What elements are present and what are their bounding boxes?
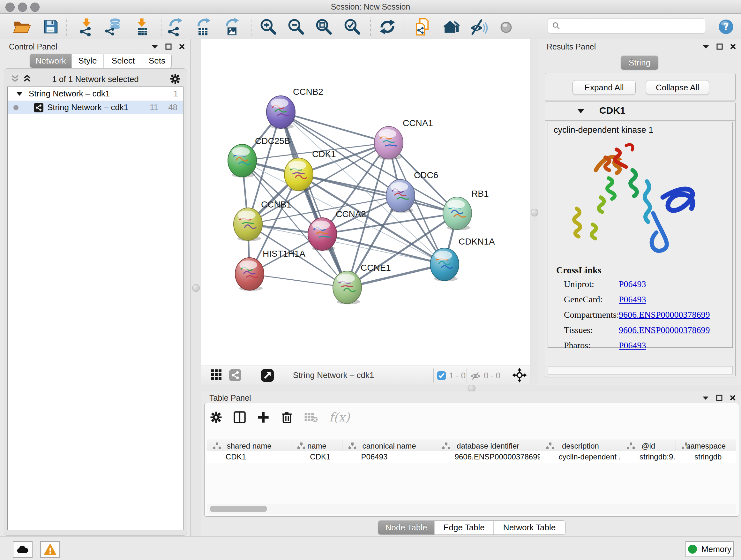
panel-menu-icon[interactable] [702, 44, 710, 49]
cloud-button[interactable] [13, 541, 32, 558]
vertical-splitter-left[interactable] [191, 39, 201, 537]
table-row[interactable]: CDK1CDK1P064939606.ENSP00000378699cyclin… [207, 451, 736, 462]
column-header-canonical-name[interactable]: canonical name [342, 440, 436, 451]
graph-node-CCNB2[interactable]: CCNB2 [266, 87, 323, 129]
function-builder-icon[interactable]: f(x) [329, 410, 350, 424]
panel-close-icon[interactable] [730, 395, 736, 401]
tab-network[interactable]: Network [30, 54, 71, 68]
graph-node-CCNA1[interactable]: CCNA1 [374, 118, 433, 160]
horizontal-splitter[interactable] [201, 385, 741, 392]
crosslink-value-link[interactable]: 9606.ENSP00000378699 [619, 310, 710, 320]
section-collapse-icon[interactable] [577, 108, 585, 114]
column-header-name[interactable]: name [291, 440, 342, 451]
network-view-type-icon[interactable] [229, 369, 241, 381]
import-database-icon[interactable] [104, 17, 123, 36]
toolbar-separator [405, 17, 405, 36]
scrollbar-thumb[interactable] [210, 506, 267, 512]
panel-float-icon[interactable] [717, 44, 723, 50]
table-cell[interactable]: 9606.ENSP00000378699 [436, 451, 540, 462]
results-hscrollbar[interactable] [548, 366, 733, 374]
birdseye-view-icon[interactable] [261, 369, 274, 382]
delete-column-icon[interactable] [280, 411, 293, 424]
refresh-icon[interactable] [378, 17, 397, 36]
panel-close-icon[interactable] [179, 44, 185, 50]
graph-node-CDKN1A[interactable]: CDKN1A [430, 237, 495, 281]
toolbar-separator [433, 368, 434, 382]
search-input[interactable] [561, 21, 705, 30]
column-header-database-identifier[interactable]: database identifier [436, 440, 540, 451]
splitter-handle[interactable] [531, 209, 538, 216]
graph-node-CDC25B[interactable]: CDC25B [228, 136, 290, 178]
panel-float-icon[interactable] [165, 44, 172, 50]
table-cell[interactable]: cyclin-dependent ... [540, 451, 621, 462]
help-icon[interactable]: ? [716, 17, 736, 36]
table-hscrollbar[interactable] [207, 504, 736, 514]
graph-node-CCNB1[interactable]: CCNB1 [233, 199, 291, 241]
save-session-icon[interactable] [41, 17, 60, 36]
graph-node-HIST1H1A[interactable]: HIST1H1A [235, 249, 306, 291]
zoom-selected-icon[interactable] [342, 17, 362, 36]
panel-menu-icon[interactable] [702, 395, 709, 400]
gear-icon[interactable] [170, 73, 181, 84]
node-label-CCNE1: CCNE1 [360, 263, 391, 273]
warning-button[interactable] [40, 541, 60, 558]
tab-select[interactable]: Select [104, 54, 143, 68]
table-cell[interactable]: CDK1 [207, 451, 291, 462]
node-section-header[interactable]: CDK1 [545, 102, 735, 121]
import-network-icon[interactable] [77, 17, 96, 36]
toolbar-separator [467, 368, 467, 382]
clone-network-icon[interactable] [412, 17, 432, 36]
column-header-namespace[interactable]: namespace [676, 440, 736, 451]
export-table-icon[interactable] [193, 17, 213, 36]
column-header--id[interactable]: @id [621, 440, 676, 451]
search-field[interactable] [548, 18, 706, 34]
table-cell[interactable]: CDK1 [291, 451, 342, 462]
column-header-shared-name[interactable]: shared name [207, 440, 291, 451]
table-gear-icon[interactable] [210, 411, 222, 424]
first-neighbors-icon[interactable] [441, 17, 461, 36]
panel-close-icon[interactable] [730, 44, 736, 50]
results-tab-string[interactable]: String [621, 56, 658, 70]
node-label-HIST1H1A: HIST1H1A [263, 249, 306, 259]
tab-network-table[interactable]: Network Table [493, 521, 565, 535]
crosslink-value-link[interactable]: 9606.ENSP00000378699 [619, 325, 710, 335]
crosslink-value-link[interactable]: P06493 [619, 340, 646, 351]
expand-all-button[interactable]: Expand All [572, 80, 636, 95]
table-cell[interactable]: stringdb:9... [621, 451, 676, 462]
memory-button[interactable]: Memory [685, 541, 734, 557]
tab-sets[interactable]: Sets [143, 54, 171, 68]
panel-float-icon[interactable] [716, 395, 723, 401]
network-tree-child-row[interactable]: String Network – cdk1 11 48 [8, 101, 183, 114]
table-cell[interactable]: P06493 [343, 451, 436, 462]
tab-edge-table[interactable]: Edge Table [434, 521, 493, 535]
add-column-icon[interactable] [257, 411, 270, 424]
splitter-handle[interactable] [192, 284, 200, 292]
network-tree-root-row[interactable]: String Network – cdk1 1 [8, 87, 183, 101]
export-network-icon[interactable] [165, 17, 185, 36]
tree-expanded-icon[interactable] [16, 91, 23, 97]
show-columns-icon[interactable] [233, 411, 246, 424]
crosslink-value-link[interactable]: P06493 [619, 294, 646, 305]
hidden-eye-icon [470, 371, 481, 380]
hide-selected-icon[interactable] [468, 17, 488, 36]
import-table-icon[interactable] [132, 17, 151, 36]
delete-table-icon[interactable] [304, 412, 318, 423]
tab-style[interactable]: Style [71, 54, 104, 68]
vertical-splitter-right[interactable] [530, 39, 538, 384]
zoom-fit-icon[interactable] [314, 17, 334, 36]
tab-node-table[interactable]: Node Table [378, 521, 434, 535]
crosslink-value-link[interactable]: P06493 [619, 279, 646, 289]
zoom-out-icon[interactable] [286, 17, 306, 36]
zoom-in-icon[interactable] [259, 17, 278, 36]
graph-node-RB1[interactable]: RB1 [443, 189, 488, 230]
grid-view-icon[interactable] [211, 369, 222, 381]
show-all-icon[interactable] [496, 17, 516, 36]
open-session-icon[interactable] [12, 17, 31, 36]
collapse-all-button[interactable]: Collapse All [646, 80, 709, 95]
fit-selected-icon[interactable] [512, 368, 527, 382]
panel-menu-icon[interactable] [151, 44, 158, 49]
table-cell[interactable]: stringdb [676, 451, 736, 462]
export-image-icon[interactable] [222, 17, 242, 36]
network-canvas[interactable]: CCNB2CDC25BCDK1CCNA1CDC6RB1CCNB1CCNA2HIS… [201, 39, 530, 366]
column-header-description[interactable]: description [540, 440, 621, 451]
